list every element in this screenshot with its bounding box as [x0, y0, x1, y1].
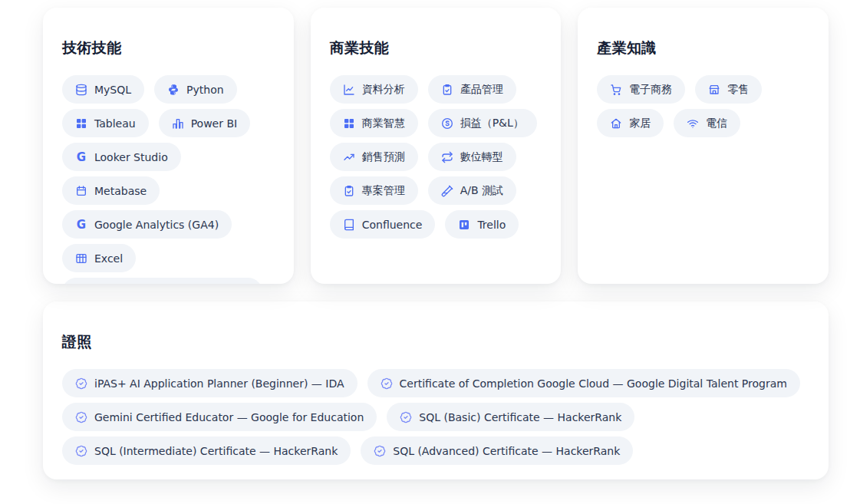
letter-g-icon: G: [75, 219, 87, 231]
chip: 數位轉型: [428, 143, 516, 171]
chip-label: 商業智慧: [362, 117, 405, 130]
card-business-skills: 商業技能 資料分析 產品管理 商業智慧 損益（P&L） 銷售預測 數位轉型: [311, 8, 562, 284]
chip-label: Excel: [94, 252, 123, 265]
chip: Python: [154, 75, 237, 104]
table-icon: [75, 252, 87, 265]
chip: MySQL: [62, 75, 144, 104]
chip: A/B 測試: [428, 176, 516, 205]
chip-label: 損益（P&L）: [460, 117, 524, 130]
chip: Excel: [62, 244, 136, 272]
badge-check-icon: [75, 411, 87, 423]
card-industry-knowledge: 產業知識 電子商務 零售 家居 電信: [578, 8, 829, 284]
letter-g-icon: G: [75, 151, 87, 163]
test-tube-icon: [441, 185, 453, 197]
clipboard-check-icon: [441, 84, 453, 96]
badge-check-icon: [75, 377, 87, 390]
chip: 商業智慧: [330, 109, 418, 137]
top-cards-row: 技術技能 MySQL Python Tableau Power BI G Loo…: [43, 8, 829, 284]
chip-label: 產品管理: [460, 83, 503, 97]
chip: 電信: [674, 109, 740, 137]
card-certifications: 證照 iPAS+ AI Application Planner (Beginne…: [43, 301, 829, 479]
chip-label: 電信: [706, 117, 727, 130]
chip-label: Power BI: [191, 117, 238, 130]
grid-icon: [75, 117, 87, 130]
chip-label: Looker Studio: [94, 151, 168, 163]
chip: G Looker Studio: [62, 143, 181, 171]
grid-icon: [343, 117, 355, 130]
chip: 產品管理: [428, 75, 516, 104]
chip: Google Cloud Platform (GCP): [62, 278, 262, 284]
card-title: 技術技能: [62, 38, 275, 58]
chip: Certificate of Completion Google Cloud —…: [367, 369, 800, 397]
chip-label: SQL (Basic) Certificate — HackerRank: [419, 411, 621, 423]
chip: G Google Analytics (GA4): [62, 210, 232, 239]
repeat-icon: [441, 151, 453, 163]
bottom-card-area: 證照 iPAS+ AI Application Planner (Beginne…: [0, 301, 860, 479]
home-icon: [610, 117, 622, 130]
chip-label: SQL (Advanced) Certificate — HackerRank: [393, 445, 620, 457]
badge-check-icon: [75, 445, 87, 457]
chip-label: 電子商務: [629, 83, 672, 97]
line-chart-icon: [343, 84, 355, 96]
chip: Confluence: [330, 210, 436, 239]
chip-list: iPAS+ AI Application Planner (Beginner) …: [62, 369, 810, 465]
chip-label: 零售: [727, 83, 749, 97]
chip-label: iPAS+ AI Application Planner (Beginner) …: [94, 377, 344, 390]
calendar-icon: [75, 185, 87, 197]
chip: 家居: [597, 109, 664, 137]
chip: iPAS+ AI Application Planner (Beginner) …: [62, 369, 358, 397]
circle-dollar-icon: [441, 117, 453, 130]
database-icon: [75, 84, 87, 96]
chip-label: 資料分析: [362, 83, 405, 97]
badge-check-icon: [374, 445, 386, 457]
chip-label: 家居: [629, 117, 651, 130]
chip: Power BI: [159, 109, 251, 137]
chip: 專案管理: [330, 176, 418, 205]
chip: SQL (Advanced) Certificate — HackerRank: [361, 436, 633, 465]
chip: Tableau: [62, 109, 149, 137]
chip-label: Confluence: [362, 219, 423, 231]
chip-label: Google Analytics (GA4): [94, 219, 219, 231]
card-technical-skills: 技術技能 MySQL Python Tableau Power BI G Loo…: [43, 8, 294, 284]
chip: 銷售預測: [330, 143, 418, 171]
chip-list: 電子商務 零售 家居 電信: [597, 75, 810, 137]
chip-label: Python: [186, 84, 224, 96]
book-icon: [343, 219, 355, 231]
chip: SQL (Intermediate) Certificate — HackerR…: [62, 436, 351, 465]
chip-label: Gemini Certified Educator — Google for E…: [94, 411, 364, 423]
chip: 電子商務: [597, 75, 685, 104]
chip-label: SQL (Intermediate) Certificate — HackerR…: [94, 445, 338, 457]
chip: 損益（P&L）: [428, 109, 537, 137]
chip: SQL (Basic) Certificate — HackerRank: [387, 403, 634, 431]
chip: 零售: [695, 75, 762, 104]
bar-chart-icon: [172, 117, 184, 130]
chip: Trello: [445, 210, 519, 239]
chip: Metabase: [62, 176, 160, 205]
chip-list: 資料分析 產品管理 商業智慧 損益（P&L） 銷售預測 數位轉型 專案管理: [330, 75, 543, 239]
chip-label: Metabase: [94, 185, 147, 197]
chip-label: Tableau: [94, 117, 136, 130]
card-title: 證照: [62, 332, 810, 352]
chip: Gemini Certified Educator — Google for E…: [62, 403, 377, 431]
trending-up-icon: [343, 151, 355, 163]
chip-label: 銷售預測: [362, 150, 405, 164]
chip-label: Trello: [477, 219, 506, 231]
badge-check-icon: [381, 377, 393, 390]
chip-label: 數位轉型: [460, 150, 503, 164]
card-title: 產業知識: [597, 38, 810, 58]
card-title: 商業技能: [330, 38, 543, 58]
store-icon: [708, 84, 720, 96]
chip-label: 專案管理: [362, 184, 405, 198]
chip-label: MySQL: [94, 84, 131, 96]
chip-label: A/B 測試: [460, 184, 503, 198]
chip: 資料分析: [330, 75, 418, 104]
shopping-cart-icon: [610, 84, 622, 96]
clipboard-check-icon: [343, 185, 355, 197]
wifi-icon: [687, 117, 699, 130]
badge-check-icon: [400, 411, 412, 423]
chip-label: Certificate of Completion Google Cloud —…: [400, 377, 787, 390]
python-icon: [167, 84, 180, 96]
trello-icon: [458, 219, 470, 231]
chip-list: MySQL Python Tableau Power BI G Looker S…: [62, 75, 275, 284]
